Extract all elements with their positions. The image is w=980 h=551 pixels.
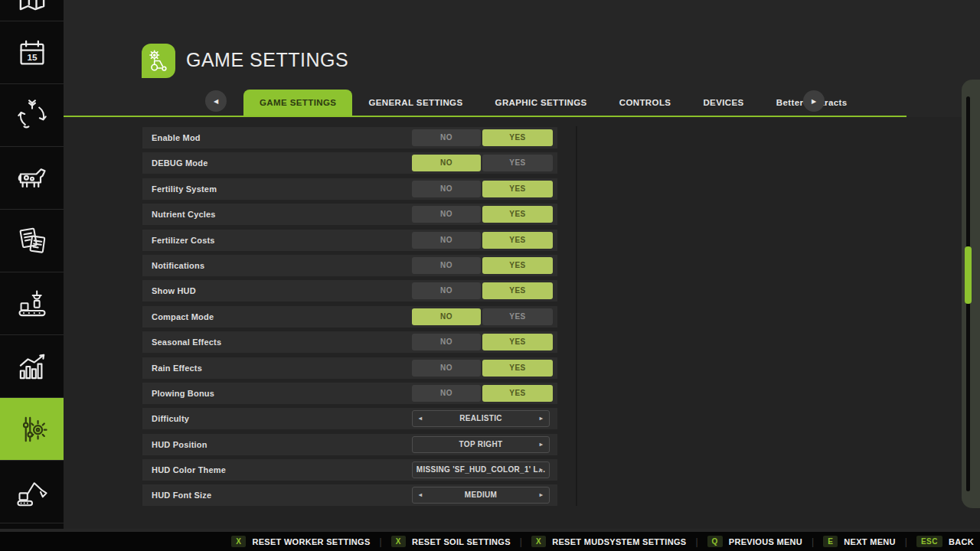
toggle-no-button[interactable]: NO — [412, 129, 481, 146]
selector-next-icon[interactable]: ▸ — [540, 437, 543, 452]
sidebar-item-calendar[interactable]: 15 — [0, 21, 64, 84]
hint-separator: | — [695, 536, 697, 547]
sidebar-item-settings[interactable] — [0, 398, 64, 461]
settings-panel: Enable ModNOYESDEBUG ModeNOYESFertility … — [64, 117, 980, 529]
setting-row-show-hud: Show HUDNOYES — [142, 280, 557, 302]
list-scrollbar[interactable] — [576, 126, 577, 506]
sidebar-item-statistics[interactable] — [0, 335, 64, 398]
keycap: X — [231, 536, 246, 547]
key-hint-reset-worker-settings[interactable]: XRESET WORKER SETTINGS — [231, 536, 370, 547]
toggle-no-button[interactable]: NO — [412, 308, 481, 325]
toggle-no-button[interactable]: NO — [412, 257, 481, 274]
page-scrollbar-thumb[interactable] — [965, 246, 972, 304]
key-hint-label: RESET SOIL SETTINGS — [412, 537, 511, 546]
toggle-yes-button[interactable]: YES — [482, 308, 553, 325]
toggle-control: NOYES — [412, 129, 553, 146]
toggle-no-button[interactable]: NO — [412, 181, 481, 197]
selector-next-icon[interactable]: ▸ — [540, 411, 543, 426]
contracts-icon — [15, 224, 49, 258]
toggle-no-button[interactable]: NO — [412, 232, 481, 249]
left-arrow-icon: ◀ — [214, 98, 218, 105]
selector-next-icon[interactable]: ▸ — [540, 462, 543, 478]
toggle-yes-button[interactable]: YES — [482, 129, 553, 146]
toggle-yes-button[interactable]: YES — [482, 257, 553, 274]
tab-graphic-settings[interactable]: GRAPHIC SETTINGS — [479, 90, 603, 116]
tab-controls[interactable]: CONTROLS — [603, 90, 688, 116]
toggle-control: NOYES — [412, 181, 553, 197]
toggle-no-button[interactable]: NO — [412, 155, 481, 171]
hint-separator: | — [520, 536, 522, 547]
key-hint-back[interactable]: ESCBACK — [916, 536, 974, 547]
key-hint-reset-mudsystem-settings[interactable]: XRESET MUDSYSTEM SETTINGS — [531, 536, 686, 547]
setting-label: HUD Position — [152, 440, 207, 449]
setting-label: Compact Mode — [152, 312, 214, 321]
setting-row-enable-mod: Enable ModNOYES — [142, 127, 557, 148]
key-hint-reset-soil-settings[interactable]: XRESET SOIL SETTINGS — [391, 536, 511, 547]
selector-prev-icon[interactable]: ◂ — [419, 487, 422, 503]
toggle-control: NOYES — [412, 308, 553, 325]
key-hint-next-menu[interactable]: ENEXT MENU — [823, 536, 896, 547]
selector-control: ◂MEDIUM▸ — [412, 487, 553, 504]
option-selector[interactable]: MISSING 'SF_HUD_COLOR_1' L...▸ — [412, 461, 550, 478]
sidebar-item-animals[interactable] — [0, 147, 64, 210]
toggle-no-button[interactable]: NO — [412, 334, 481, 350]
option-selector[interactable]: TOP RIGHT▸ — [412, 436, 550, 453]
toggle-yes-button[interactable]: YES — [482, 360, 553, 377]
tabs-scroll-left-button[interactable]: ◀ — [205, 90, 227, 112]
sidebar-item-map[interactable] — [0, 0, 64, 21]
toggle-yes-button[interactable]: YES — [482, 155, 553, 171]
construction-icon — [15, 475, 49, 509]
setting-row-seasonal-effects: Seasonal EffectsNOYES — [142, 331, 557, 353]
toggle-yes-button[interactable]: YES — [482, 385, 553, 402]
animals-icon — [15, 161, 49, 195]
game-settings-badge — [142, 44, 175, 78]
sidebar-item-contracts[interactable] — [0, 210, 64, 272]
toggle-no-button[interactable]: NO — [412, 385, 481, 402]
toggle-yes-button[interactable]: YES — [482, 334, 553, 350]
tab-game-settings[interactable]: GAME SETTINGS — [243, 90, 352, 116]
toggle-control: NOYES — [412, 232, 553, 249]
selector-next-icon[interactable]: ▸ — [540, 487, 543, 503]
keycap: E — [823, 536, 838, 547]
setting-row-hud-color-theme: HUD Color ThemeMISSING 'SF_HUD_COLOR_1' … — [142, 459, 557, 481]
toggle-no-button[interactable]: NO — [412, 360, 481, 377]
production-icon — [15, 287, 49, 321]
sidebar-item-construction[interactable] — [0, 461, 64, 523]
tabs-scroll-right-button[interactable]: ▶ — [803, 90, 825, 112]
setting-label: HUD Color Theme — [152, 465, 226, 474]
toggle-yes-button[interactable]: YES — [482, 181, 553, 197]
setting-row-notifications: NotificationsNOYES — [142, 255, 557, 276]
setting-label: Notifications — [152, 261, 204, 270]
setting-row-rain-effects: Rain EffectsNOYES — [142, 357, 557, 379]
statistics-icon — [15, 350, 49, 383]
key-hint-label: PREVIOUS MENU — [729, 537, 802, 546]
selector-prev-icon[interactable]: ◂ — [419, 411, 422, 426]
keycap: X — [391, 536, 406, 547]
hint-separator: | — [812, 536, 814, 547]
toggle-yes-button[interactable]: YES — [482, 282, 553, 299]
map-icon — [15, 0, 49, 15]
setting-row-fertilizer-costs: Fertilizer CostsNOYES — [142, 230, 557, 251]
toggle-control: NOYES — [412, 282, 553, 299]
setting-label: Show HUD — [152, 286, 196, 295]
option-selector[interactable]: ◂REALISTIC▸ — [412, 410, 550, 427]
selector-control: MISSING 'SF_HUD_COLOR_1' L...▸ — [412, 461, 553, 478]
toggle-no-button[interactable]: NO — [412, 206, 481, 223]
selector-control: ◂REALISTIC▸ — [412, 410, 553, 427]
option-selector[interactable]: ◂MEDIUM▸ — [412, 487, 550, 504]
key-hint-label: BACK — [949, 537, 974, 546]
toggle-no-button[interactable]: NO — [412, 282, 481, 299]
setting-label: Fertilizer Costs — [152, 236, 215, 245]
hint-separator: | — [905, 536, 907, 547]
toggle-yes-button[interactable]: YES — [482, 206, 553, 223]
key-hint-previous-menu[interactable]: QPREVIOUS MENU — [707, 536, 802, 547]
toggle-yes-button[interactable]: YES — [482, 232, 553, 249]
sidebar-item-crop-rotation[interactable] — [0, 84, 64, 147]
tab-general-settings[interactable]: GENERAL SETTINGS — [352, 90, 479, 116]
setting-label: Nutrient Cycles — [152, 210, 216, 219]
sidebar: 15 — [0, 0, 64, 529]
sidebar-item-production[interactable] — [0, 272, 64, 335]
tractor-gear-icon — [145, 48, 172, 74]
tab-devices[interactable]: DEVICES — [687, 90, 760, 116]
selector-value: TOP RIGHT — [459, 440, 503, 448]
